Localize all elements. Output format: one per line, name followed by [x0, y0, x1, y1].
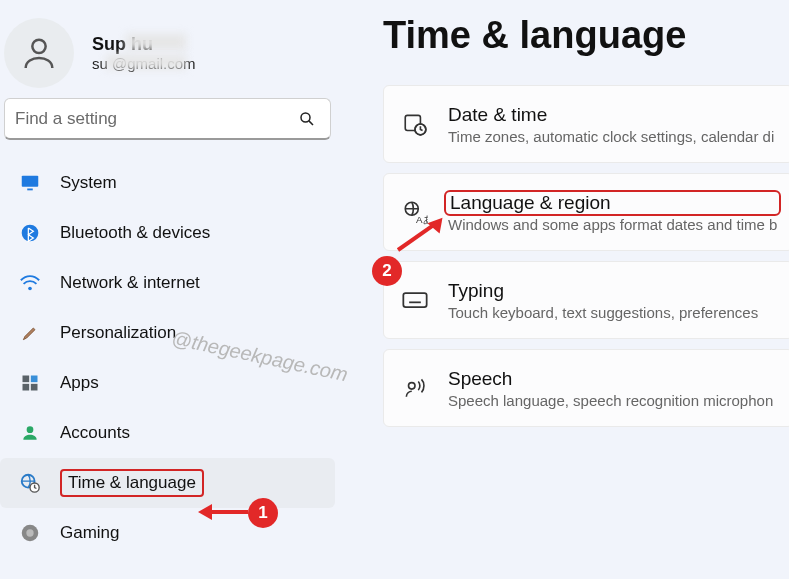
- card-desc: Time zones, automatic clock settings, ca…: [448, 128, 774, 145]
- person-icon: [18, 421, 42, 445]
- svg-rect-4: [27, 189, 33, 191]
- svg-line-2: [309, 120, 313, 124]
- sidebar-item-label: Time & language: [68, 473, 196, 492]
- annotation-arrow-head: [198, 504, 212, 520]
- sidebar-item-gaming[interactable]: Gaming: [0, 508, 335, 558]
- redaction-overlay: [106, 55, 186, 69]
- sidebar-item-accounts[interactable]: Accounts: [0, 408, 335, 458]
- sidebar-item-label: Bluetooth & devices: [60, 223, 210, 243]
- sidebar-item-bluetooth[interactable]: Bluetooth & devices: [0, 208, 335, 258]
- brush-icon: [18, 321, 42, 345]
- search-icon: [298, 110, 316, 128]
- card-date-time[interactable]: Date & time Time zones, automatic clock …: [383, 85, 789, 163]
- svg-point-1: [301, 113, 310, 122]
- search-input[interactable]: [4, 98, 331, 140]
- svg-rect-21: [403, 293, 426, 307]
- card-desc: Touch keyboard, text suggestions, prefer…: [448, 304, 758, 321]
- bluetooth-icon: [18, 221, 42, 245]
- globe-clock-icon: [18, 471, 42, 495]
- wifi-icon: [18, 271, 42, 295]
- language-icon: Aあ: [400, 197, 430, 227]
- speech-icon: [400, 373, 430, 403]
- card-desc: Windows and some apps format dates and t…: [448, 216, 777, 233]
- card-title: Typing: [448, 280, 758, 302]
- sidebar-item-network[interactable]: Network & internet: [0, 258, 335, 308]
- avatar: [4, 18, 74, 88]
- monitor-icon: [18, 171, 42, 195]
- annotation-badge-2: 2: [372, 256, 402, 286]
- card-title: Speech: [448, 368, 773, 390]
- svg-rect-7: [23, 376, 30, 383]
- sidebar-item-label: Network & internet: [60, 273, 200, 293]
- redaction-overlay: [126, 34, 186, 50]
- sidebar-item-label: Gaming: [60, 523, 120, 543]
- annotation-arrow: [212, 510, 248, 514]
- svg-rect-3: [22, 176, 39, 187]
- sidebar-item-apps[interactable]: Apps: [0, 358, 335, 408]
- svg-rect-8: [31, 376, 38, 383]
- sidebar-item-system[interactable]: System: [0, 158, 335, 208]
- svg-rect-9: [23, 384, 30, 391]
- gaming-icon: [18, 521, 42, 545]
- sidebar-item-personalization[interactable]: Personalization: [0, 308, 335, 358]
- card-language-region[interactable]: Aあ Language & region Windows and some ap…: [383, 173, 789, 251]
- card-speech[interactable]: Speech Speech language, speech recogniti…: [383, 349, 789, 427]
- sidebar-item-label: System: [60, 173, 117, 193]
- keyboard-icon: [400, 285, 430, 315]
- calendar-clock-icon: [400, 109, 430, 139]
- svg-point-27: [409, 383, 416, 390]
- sidebar-item-label: Apps: [60, 373, 99, 393]
- annotation-badge-1: 1: [248, 498, 278, 528]
- svg-point-15: [26, 529, 33, 536]
- sidebar-item-time-language[interactable]: Time & language: [0, 458, 335, 508]
- card-typing[interactable]: Typing Touch keyboard, text suggestions,…: [383, 261, 789, 339]
- search-field[interactable]: [15, 109, 320, 129]
- svg-rect-10: [31, 384, 38, 391]
- sidebar-item-label: Personalization: [60, 323, 176, 343]
- svg-text:Aあ: Aあ: [416, 214, 428, 225]
- page-title: Time & language: [383, 14, 789, 57]
- sidebar-item-label: Accounts: [60, 423, 130, 443]
- svg-point-0: [32, 40, 45, 53]
- apps-icon: [18, 371, 42, 395]
- card-title: Language & region: [450, 192, 611, 213]
- card-desc: Speech language, speech recognition micr…: [448, 392, 773, 409]
- svg-point-11: [27, 426, 34, 433]
- svg-point-6: [28, 287, 32, 291]
- card-title: Date & time: [448, 104, 774, 126]
